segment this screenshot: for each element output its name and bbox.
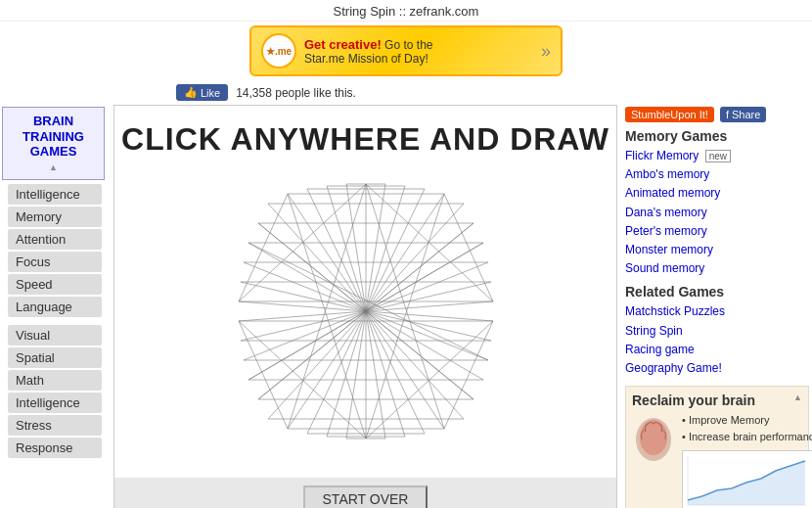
right-ad-icon: ▲ [793,393,802,402]
svg-line-28 [366,311,425,434]
brain-training-ad[interactable]: BRAINTRAININGGAMES ▲ [2,107,105,180]
nav-item-attention[interactable]: Attention [8,229,102,250]
svg-line-23 [327,311,366,437]
main-layout: BRAINTRAININGGAMES ▲ Intelligence Memory… [0,105,812,508]
svg-line-38 [366,311,483,380]
banner-text: Get creative! Go to the Star.me Mission … [296,37,541,66]
svg-line-35 [239,311,366,321]
right-sidebar: StumbleUpon It! f Share Memory Games Fli… [621,105,812,508]
svg-line-1 [307,189,366,311]
title-text: String Spin :: zefrank.com [334,4,479,19]
share-label: Share [732,109,760,120]
svg-line-64 [444,194,493,301]
game-link-geography-game[interactable]: Geography Game! [625,359,808,378]
nav-item-memory[interactable]: Memory [8,207,102,227]
string-art-svg [209,155,522,468]
start-over-button[interactable]: START OVER [303,485,429,508]
brain-image [632,412,676,466]
stumble-share-bar: StumbleUpon It! f Share [625,107,808,122]
svg-line-62 [239,194,288,301]
page-title: String Spin :: zefrank.com [0,0,812,22]
svg-line-24 [346,311,366,439]
svg-line-68 [444,321,493,429]
like-button[interactable]: 👍 Like [176,84,228,101]
svg-line-21 [288,311,366,429]
social-count: 14,358 people like this. [236,86,356,100]
share-icon: f [726,109,729,120]
center-panel[interactable]: CLICK ANYWHERE AND DRAW [113,105,617,508]
nav-item-stress[interactable]: Stress [8,415,102,436]
game-link-peter-memory[interactable]: Peter's memory [625,222,808,241]
svg-point-79 [640,420,667,455]
banner-inner[interactable]: ★.me Get creative! Go to the Star.me Mis… [249,25,563,76]
ad-chart [682,450,812,508]
game-link-flickr-memory[interactable]: Flickr Memory new [625,147,808,165]
svg-line-8 [366,194,444,311]
start-over-area: START OVER [114,478,616,508]
ad-icon: ▲ [49,162,58,172]
nav-item-visual[interactable]: Visual [8,325,102,346]
thumbs-up-icon: 👍 [184,86,198,99]
social-bar: 👍 Like 14,358 people like this. [0,80,812,105]
click-anywhere-label: CLICK ANYWHERE AND DRAW [121,121,609,158]
nav-item-intelligence2[interactable]: Intelligence [8,393,102,413]
brain-training-title: BRAINTRAININGGAMES [9,114,98,160]
svg-line-2 [327,186,366,311]
related-games-title: Related Games [625,284,808,300]
nav-item-intelligence[interactable]: Intelligence [8,184,102,205]
share-button[interactable]: f Share [720,107,766,122]
ad-point-1: • Improve Memory [682,412,812,429]
svg-line-66 [239,321,288,429]
svg-line-6 [366,186,405,311]
svg-line-22 [307,311,366,434]
svg-line-26 [366,311,385,439]
svg-line-36 [366,311,464,419]
canvas-area[interactable]: CLICK ANYWHERE AND DRAW [114,106,616,478]
primary-nav: Intelligence Memory Attention Focus Spee… [0,184,110,317]
banner-ad: ★.me Get creative! Go to the Star.me Mis… [0,22,812,80]
svg-line-29 [366,311,444,429]
svg-line-14 [239,301,366,311]
secondary-nav: Visual Spatial Math Intelligence Stress … [0,325,110,458]
nav-item-focus[interactable]: Focus [8,252,102,272]
left-sidebar: BRAINTRAININGGAMES ▲ Intelligence Memory… [0,105,110,508]
stumbleupon-button[interactable]: StumbleUpon It! [625,107,714,122]
svg-line-27 [366,311,405,437]
ad-point-2: • Increase brain performance [682,429,812,445]
svg-line-5 [366,184,385,311]
svg-line-11 [248,243,366,311]
game-link-animated-memory[interactable]: Animated memory [625,184,808,203]
game-link-sound-memory[interactable]: Sound memory [625,259,808,278]
svg-line-0 [288,194,366,311]
svg-line-41 [366,311,493,321]
game-link-monster-memory[interactable]: Monster memory [625,241,808,259]
svg-line-15 [366,204,464,311]
nav-item-response[interactable]: Response [8,438,102,458]
nav-item-language[interactable]: Language [8,297,102,317]
banner-arrow-icon: » [541,41,551,62]
game-link-dana-memory[interactable]: Dana's memory [625,204,808,222]
nav-item-spatial[interactable]: Spatial [8,347,102,368]
game-link-matchstick[interactable]: Matchstick Puzzles [625,302,808,321]
right-ad-title: Reclaim your brain [632,393,802,408]
svg-line-30 [268,311,366,419]
game-link-ambo-memory[interactable]: Ambo's memory [625,165,808,184]
memory-games-title: Memory Games [625,128,808,144]
right-sidebar-ad[interactable]: ▲ Reclaim your brain • Improve Memory • … [625,386,809,508]
banner-star-logo: ★.me [261,33,296,69]
game-link-racing-game[interactable]: Racing game [625,341,808,359]
stumble-label: StumbleUpon It! [631,109,708,120]
svg-line-9 [268,204,366,311]
nav-item-math[interactable]: Math [8,370,102,391]
nav-item-speed[interactable]: Speed [8,274,102,295]
game-link-string-spin[interactable]: String Spin [625,322,808,341]
svg-line-7 [366,189,425,311]
